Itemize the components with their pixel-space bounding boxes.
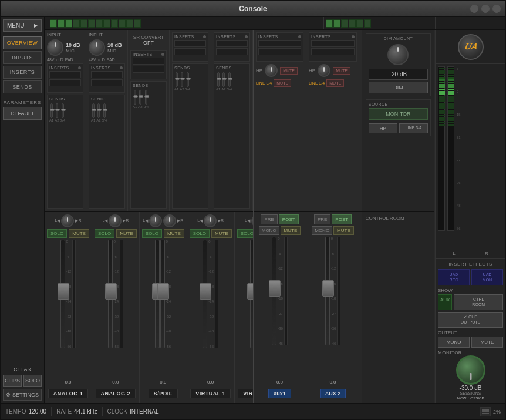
spdif-pan-knob-r[interactable]: [163, 214, 176, 227]
cue-outputs-button[interactable]: ✓ CUEOUTPUTS: [438, 312, 503, 328]
spdif-pan-knob-l[interactable]: [149, 214, 162, 227]
tempo-value[interactable]: 120.00: [29, 408, 47, 415]
aux2-fader-track[interactable]: [325, 237, 330, 345]
virtual1-mute-button[interactable]: MUTE: [211, 229, 232, 238]
hp-button[interactable]: HP: [369, 123, 397, 133]
virtual2-pan-knob[interactable]: [251, 214, 253, 227]
settings-button[interactable]: ⚙ SETTINGS: [3, 389, 42, 401]
aux-show-button[interactable]: AUX: [438, 294, 452, 310]
aux1-mono-mute: MONO MUTE: [259, 226, 301, 235]
virtual1-pan-knob[interactable]: [204, 214, 217, 227]
window-title: Console: [239, 5, 267, 13]
aux1-mono-button[interactable]: MONO: [259, 226, 279, 235]
aux2-inserts: INSERTS: [309, 32, 357, 62]
analog1-insert-2[interactable]: [49, 79, 81, 86]
aux1-mute-button[interactable]: MUTE: [281, 226, 301, 235]
aux1-fader-track[interactable]: [272, 237, 276, 345]
virtual2-fader-track[interactable]: [250, 240, 253, 348]
aux2-post-button[interactable]: POST: [332, 214, 352, 224]
aux2-mute-button[interactable]: MUTE: [333, 226, 354, 235]
aux2-fader-thumb[interactable]: [322, 280, 334, 297]
analog2-48v-btn[interactable]: 48V: [89, 58, 96, 62]
aux2-pre-button[interactable]: PRE: [314, 214, 330, 224]
aux2-hp-knob[interactable]: [318, 64, 330, 77]
monitor-knob[interactable]: [456, 355, 485, 385]
analog2-pad-btn[interactable]: PAD: [107, 58, 115, 62]
analog1-solo-button[interactable]: SOLO: [47, 229, 67, 238]
solo-button-sidebar[interactable]: SOLO: [23, 375, 42, 387]
monitor-source-button[interactable]: MONITOR: [369, 108, 428, 120]
spdif-fader-track-r[interactable]: [160, 240, 165, 348]
aux2-mono-button[interactable]: MONO: [312, 226, 332, 235]
analog1-insert-1[interactable]: [49, 71, 81, 78]
maximize-button[interactable]: [481, 5, 490, 13]
analog1-mute-button[interactable]: MUTE: [69, 229, 89, 238]
sidebar-item-overview[interactable]: OVERVIEW: [3, 36, 42, 49]
aux1-hp-knob[interactable]: [265, 64, 278, 77]
analog2-fader-track[interactable]: [108, 240, 113, 348]
analog2-mute-button[interactable]: MUTE: [116, 229, 137, 238]
virtual1-insert-1[interactable]: [174, 40, 206, 47]
aux1-fader-thumb[interactable]: [269, 280, 281, 297]
spdif-fader-thumb-r[interactable]: [157, 283, 169, 300]
default-button[interactable]: DEFAULT: [3, 107, 42, 120]
uad-mon-button[interactable]: UADMON: [471, 269, 503, 285]
sidebar-item-sends[interactable]: SENDS: [3, 80, 42, 93]
clips-button[interactable]: CLIPS: [3, 375, 22, 387]
analog1-fader-thumb[interactable]: [58, 283, 69, 300]
output-mono-button[interactable]: MONO: [438, 337, 470, 348]
minimize-button[interactable]: [470, 5, 478, 13]
analog1-pan-knob[interactable]: [61, 214, 74, 227]
menu-button[interactable]: MENU ▶: [3, 19, 42, 32]
analog1-fader-track[interactable]: [60, 240, 65, 348]
analog2-insert-1[interactable]: [91, 71, 123, 78]
sidebar-item-inputs[interactable]: INPUTS: [3, 51, 42, 64]
vu-r-6: [448, 79, 454, 81]
analog2-insert-2[interactable]: [91, 79, 123, 86]
virtual1-fader-thumb[interactable]: [200, 283, 211, 300]
aux2-insert-1[interactable]: [311, 40, 355, 47]
output-mute-button[interactable]: MUTE: [471, 337, 503, 348]
aux2-line-mute-button[interactable]: MUTE: [326, 79, 344, 87]
virtual2-insert-2[interactable]: [216, 48, 248, 55]
analog1-input-knob[interactable]: [47, 39, 63, 56]
line34-button[interactable]: LINE 3/4: [399, 123, 428, 133]
virtual2-insert-1[interactable]: [216, 40, 248, 47]
analog1-d-btn[interactable]: D: [60, 58, 63, 62]
aux1-hp-mute-button[interactable]: MUTE: [280, 67, 298, 75]
sidebar-item-inserts[interactable]: INSERTS: [3, 66, 42, 79]
spdif-insert-2[interactable]: [133, 66, 164, 73]
virtual1-solo-button[interactable]: SOLO: [190, 229, 210, 238]
spdif-fader-value: 0.0: [160, 379, 166, 385]
analog1-pad-btn[interactable]: PAD: [65, 58, 73, 62]
dim-amount-knob[interactable]: [387, 44, 409, 65]
aux1-post-button[interactable]: POST: [279, 214, 299, 224]
virtual1-insert-2[interactable]: [174, 48, 206, 55]
virtual2-solo-button[interactable]: SOLO: [237, 229, 253, 238]
aux1-line-mute-button[interactable]: MUTE: [274, 79, 291, 87]
analog2-fader-thumb[interactable]: [105, 283, 117, 300]
analog2-solo-button[interactable]: SOLO: [95, 229, 114, 238]
ua-logo[interactable]: 𝑈𝐴: [458, 34, 484, 60]
aux1-insert-1[interactable]: [258, 40, 301, 47]
analog2-name-tag: ANALOG 2: [96, 389, 136, 398]
spdif-insert-1[interactable]: [133, 58, 164, 65]
spdif-solo-button[interactable]: SOLO: [142, 229, 162, 238]
analog2-d-btn[interactable]: D: [102, 58, 105, 62]
analog2-pan-knob[interactable]: [109, 214, 122, 227]
virtual1-fader-track[interactable]: [203, 240, 207, 348]
aux1-pre-button[interactable]: PRE: [261, 214, 277, 224]
analog1-48v-btn[interactable]: 48V: [47, 58, 54, 62]
dim-button[interactable]: DIM: [369, 82, 428, 93]
spdif-mute-button[interactable]: MUTE: [164, 229, 184, 238]
aux2-hp-mute-button[interactable]: MUTE: [333, 67, 350, 75]
analog2-input-knob[interactable]: [89, 39, 105, 56]
left-channels: INPUT 10 dB MIC 48V ○: [45, 30, 253, 403]
virtual2-fader-thumb[interactable]: [247, 283, 253, 300]
ctrl-room-show-button[interactable]: CTRLROOM: [454, 294, 503, 310]
aux1-insert-2[interactable]: [258, 48, 301, 55]
close-button[interactable]: [492, 5, 501, 13]
uad-rec-button[interactable]: UADREC: [438, 269, 470, 285]
aux2-insert-2[interactable]: [311, 48, 355, 55]
main-content: MENU ▶ OVERVIEW INPUTS INSERTS SENDS PAR…: [1, 17, 505, 403]
